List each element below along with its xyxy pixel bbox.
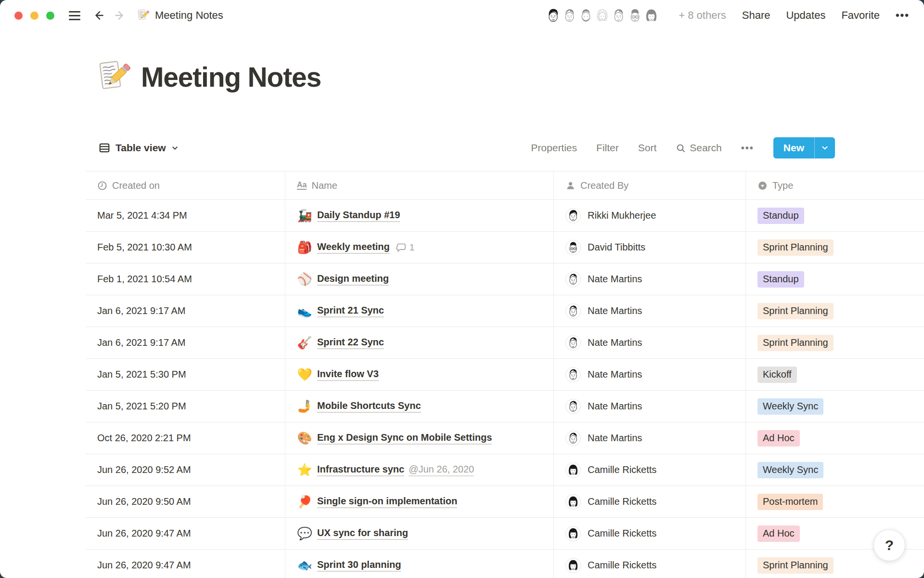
share-button[interactable]: Share [742,9,770,22]
cell-created-by[interactable]: Nate Martins [554,359,746,390]
forward-arrow-icon[interactable] [113,9,126,22]
favorite-button[interactable]: Favorite [841,9,879,22]
updates-button[interactable]: Updates [786,9,825,22]
database-toolbar: Table view Properties Filter Sort Search… [0,137,924,159]
cell-created-on[interactable]: Oct 26, 2020 2:21 PM [86,422,285,454]
help-button[interactable]: ? [873,529,905,561]
table-row: Feb 1, 2021 10:54 AM ⚾ Design meeting Na… [86,263,924,295]
cell-name[interactable]: 🎨 Eng x Design Sync on Mobile Settings [285,422,554,454]
cell-type[interactable]: Standup [746,200,924,231]
sidebar-menu-icon[interactable] [69,11,80,20]
cell-created-on[interactable]: Jan 5, 2021 5:30 PM [86,359,285,390]
chevron-down-icon [171,144,179,152]
filter-button[interactable]: Filter [596,142,619,154]
cell-name[interactable]: 🚂 Daily Standup #19 [285,200,554,231]
cell-created-on[interactable]: Feb 5, 2021 10:30 AM [86,232,285,263]
cell-type[interactable]: Kickoff [746,359,924,390]
page-title-link[interactable]: Sprint 21 Sync [317,305,384,317]
cell-created-by[interactable]: Camille Ricketts [554,550,746,578]
cell-created-by[interactable]: Nate Martins [554,422,746,454]
column-header-created-by[interactable]: Created By [554,171,746,199]
cell-created-on[interactable]: Jun 26, 2020 9:52 AM [86,454,285,486]
page-title-link[interactable]: Sprint 30 planning [317,559,401,572]
search-button[interactable]: Search [676,142,722,154]
cell-created-on[interactable]: Feb 1, 2021 10:54 AM [86,263,285,295]
minimize-window-button[interactable] [30,12,38,20]
created-on-value: Jan 6, 2021 9:17 AM [97,305,185,316]
cell-created-by[interactable]: Camille Ricketts [554,518,746,549]
cell-created-on[interactable]: Jan 5, 2021 5:20 PM [86,391,285,422]
page-title-link[interactable]: Single sign-on implementation [317,496,457,508]
page-title-link[interactable]: Weekly meeting [317,241,390,254]
cell-name[interactable]: 🎒 Weekly meeting 1 [285,232,554,263]
created-on-value: Jun 26, 2020 9:47 AM [97,560,191,571]
page-title[interactable]: Meeting Notes [141,61,321,93]
cell-created-on[interactable]: Jun 26, 2020 9:47 AM [86,550,285,578]
aa-title-icon: Aa [297,181,307,190]
cell-type[interactable]: Sprint Planning [746,327,924,358]
cell-name[interactable]: 🏓 Single sign-on implementation [285,486,554,517]
cell-created-by[interactable]: Camille Ricketts [554,486,746,517]
page-title-link[interactable]: Sprint 22 Sync [317,337,384,349]
column-header-created-on[interactable]: Created on [86,171,285,199]
page-title-link[interactable]: Invite flow V3 [317,368,379,381]
created-on-value: Feb 1, 2021 10:54 AM [97,274,192,285]
collaborator-avatar[interactable] [642,6,661,25]
cell-name[interactable]: 🤳 Mobile Shortcuts Sync [285,391,554,422]
date-mention[interactable]: @Jun 26, 2020 [409,464,474,476]
page-title-link[interactable]: Eng x Design Sync on Mobile Settings [317,432,492,445]
back-arrow-icon[interactable] [93,9,105,22]
more-options-icon[interactable]: ••• [896,9,910,22]
page-title-link[interactable]: UX sync for sharing [317,527,408,540]
cell-name[interactable]: ⭐ Infrastructure sync @Jun 26, 2020 [285,454,554,486]
cell-type[interactable]: Sprint Planning [746,295,924,327]
cell-created-by[interactable]: Nate Martins [554,391,746,422]
cell-created-on[interactable]: Jun 26, 2020 9:50 AM [86,486,285,517]
zoom-window-button[interactable] [46,12,54,20]
cell-created-on[interactable]: Jun 26, 2020 9:47 AM [86,518,285,549]
breadcrumb[interactable]: Meeting Notes [136,9,223,22]
properties-button[interactable]: Properties [531,142,577,154]
search-icon [676,143,686,153]
creator-name: Camille Ricketts [588,528,656,539]
sort-button[interactable]: Sort [638,142,657,154]
memo-page-icon-large[interactable] [95,59,131,95]
close-window-button[interactable] [14,12,23,20]
created-on-value: Feb 5, 2021 10:30 AM [97,242,192,253]
cell-created-on[interactable]: Jan 6, 2021 9:17 AM [86,295,285,327]
memo-page-icon [136,9,150,22]
cell-type[interactable]: Weekly Sync [746,391,924,422]
cell-created-on[interactable]: Mar 5, 2021 4:34 PM [86,200,285,231]
new-button[interactable]: New [773,137,814,158]
cell-type[interactable]: Weekly Sync [746,454,924,486]
cell-name[interactable]: ⚾ Design meeting [285,263,554,295]
collaborators-overflow-label[interactable]: + 8 others [679,9,726,22]
column-header-type[interactable]: Type [746,171,924,199]
cell-created-by[interactable]: Nate Martins [554,263,746,295]
view-switcher[interactable]: Table view [99,137,179,159]
chevron-down-icon [821,144,829,152]
page-title-link[interactable]: Daily Standup #19 [317,210,400,222]
cell-name[interactable]: 🐟 Sprint 30 planning [285,550,554,578]
cell-created-on[interactable]: Jan 6, 2021 9:17 AM [86,327,285,358]
cell-name[interactable]: 🎸 Sprint 22 Sync [285,327,554,358]
cell-created-by[interactable]: David Tibbitts [554,232,746,263]
cell-created-by[interactable]: Camille Ricketts [554,454,746,486]
cell-type[interactable]: Ad Hoc [746,422,924,454]
toolbar-more-icon[interactable]: ••• [741,143,754,154]
cell-created-by[interactable]: Rikki Mukherjee [554,200,746,231]
cell-type[interactable]: Standup [746,263,924,295]
cell-created-by[interactable]: Nate Martins [554,327,746,358]
new-dropdown-button[interactable] [815,137,835,158]
column-header-name[interactable]: Aa Name [285,171,554,199]
cell-name[interactable]: 💬 UX sync for sharing [285,518,554,549]
cell-type[interactable]: Sprint Planning [746,232,924,263]
cell-type[interactable]: Post-mortem [746,486,924,517]
page-title-link[interactable]: Infrastructure sync [317,464,404,476]
cell-created-by[interactable]: Nate Martins [554,295,746,327]
created-on-value: Jun 26, 2020 9:50 AM [97,496,191,507]
page-title-link[interactable]: Design meeting [317,273,389,286]
cell-name[interactable]: 💛 Invite flow V3 [285,359,554,390]
cell-name[interactable]: 👟 Sprint 21 Sync [285,295,554,327]
page-title-link[interactable]: Mobile Shortcuts Sync [317,400,421,413]
